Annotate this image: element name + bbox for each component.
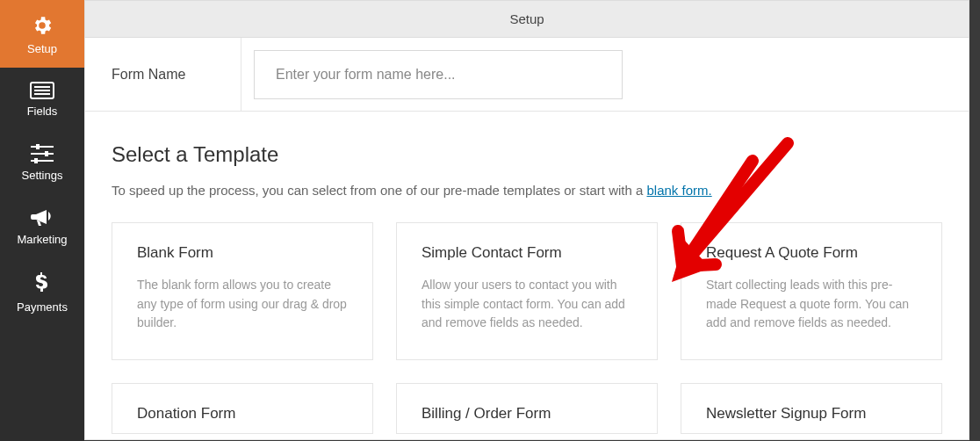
template-card-donation-form[interactable]: Donation Form <box>112 383 373 434</box>
page-title: Setup <box>509 11 544 26</box>
template-title: Newsletter Signup Form <box>706 405 917 423</box>
svg-rect-7 <box>45 151 48 156</box>
template-desc: Start collecting leads with this pre-mad… <box>706 276 917 333</box>
section-desc: To speed up the process, you can select … <box>112 183 942 198</box>
template-card-newsletter-signup-form[interactable]: Newsletter Signup Form <box>681 383 942 434</box>
sidebar-item-setup[interactable]: Setup <box>0 0 84 68</box>
sidebar-item-marketing[interactable]: Marketing <box>0 194 84 258</box>
sidebar-item-label: Marketing <box>17 233 67 246</box>
template-title: Donation Form <box>137 405 348 423</box>
form-name-label: Form Name <box>85 38 241 111</box>
header-bar: Setup <box>84 0 969 38</box>
gear-icon <box>31 14 54 37</box>
section-title: Select a Template <box>112 142 942 167</box>
sidebar-item-label: Setup <box>27 42 57 55</box>
form-name-row: Form Name <box>85 38 969 112</box>
template-card-simple-contact-form[interactable]: Simple Contact Form Allow your users to … <box>396 222 658 360</box>
bullhorn-icon <box>31 208 54 228</box>
template-section: Select a Template To speed up the proces… <box>85 112 969 434</box>
templates-grid: Blank Form The blank form allows you to … <box>112 222 942 434</box>
form-name-input[interactable] <box>254 50 623 99</box>
main-area: Setup Form Name Select a Template To spe… <box>84 0 980 441</box>
svg-rect-9 <box>34 158 38 163</box>
template-card-blank-form[interactable]: Blank Form The blank form allows you to … <box>112 222 373 360</box>
template-desc: Allow your users to contact you with thi… <box>422 276 632 333</box>
sidebar-item-fields[interactable]: Fields <box>0 68 84 130</box>
sidebar-item-settings[interactable]: Settings <box>0 130 84 194</box>
sliders-icon <box>31 144 54 163</box>
content-canvas: Form Name Select a Template To speed up … <box>84 38 969 440</box>
template-card-request-a-quote-form[interactable]: Request A Quote Form Start collecting le… <box>681 222 942 360</box>
template-desc: The blank form allows you to create any … <box>137 276 348 333</box>
section-desc-text: To speed up the process, you can select … <box>112 183 646 198</box>
template-title: Request A Quote Form <box>706 244 917 262</box>
svg-rect-6 <box>31 153 54 155</box>
form-name-input-wrap <box>241 50 623 99</box>
dollar-icon <box>35 272 49 295</box>
blank-form-link[interactable]: blank form. <box>646 183 711 198</box>
template-title: Simple Contact Form <box>422 244 632 262</box>
template-card-billing-order-form[interactable]: Billing / Order Form <box>396 383 658 434</box>
svg-rect-4 <box>31 146 54 148</box>
svg-rect-5 <box>36 144 40 149</box>
template-title: Blank Form <box>137 244 348 262</box>
sidebar: Setup Fields Settings Marketing Payments <box>0 0 84 441</box>
sidebar-item-label: Fields <box>27 105 58 118</box>
list-icon <box>30 82 54 99</box>
template-title: Billing / Order Form <box>422 405 632 423</box>
sidebar-item-label: Payments <box>17 300 68 314</box>
sidebar-item-payments[interactable]: Payments <box>0 258 84 326</box>
svg-rect-8 <box>31 160 54 162</box>
sidebar-item-label: Settings <box>22 169 63 182</box>
